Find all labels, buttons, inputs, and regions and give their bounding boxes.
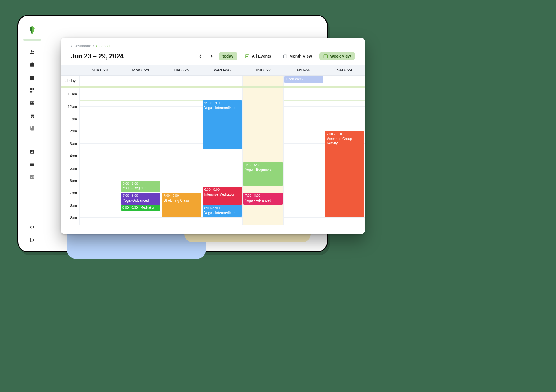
day-column[interactable] [79,88,120,225]
day-column[interactable]: 11:30 - 3:30Yoga - Intermediate6:30 - 8:… [202,88,243,225]
calendar-event[interactable]: 6:30 - 8:00Intensive Meditation [203,187,242,205]
week-view-button[interactable]: Week View [319,52,355,60]
svg-rect-18 [31,126,32,128]
badge-icon[interactable] [29,62,35,68]
all-day-cell[interactable]: Open Week [283,76,324,86]
hour-label: 6pm [70,178,77,183]
stats-icon[interactable] [29,174,35,180]
hour-label: 1pm [70,117,77,121]
day-header-blank [61,65,79,75]
month-view-label: Month View [290,54,312,58]
next-week-button[interactable] [208,52,215,60]
day-header-row: Sun 6/23Mon 6/24Tue 6/25Wed 6/26Thu 6/27… [61,65,365,76]
all-events-button[interactable]: All Events [241,52,275,60]
svg-rect-25 [32,176,32,178]
hour-label: 8pm [70,203,77,207]
all-day-cell[interactable] [120,76,161,86]
week-view-label: Week View [330,54,351,58]
all-day-cell[interactable] [324,76,365,86]
hour-label: 4pm [70,154,77,158]
nav-mid [29,149,35,180]
calendar-event[interactable]: 2:00 - 9:00Weekend Group Activity [325,131,364,217]
cart-icon[interactable] [29,113,35,119]
calendar-header: Jun 23 – 29, 2024 today All Events Month… [61,48,365,65]
date-range: Jun 23 – 29, 2024 [71,52,124,60]
calendar-panel: › Dashboard › Calendar Jun 23 – 29, 2024… [61,38,365,234]
breadcrumb-root[interactable]: Dashboard [74,44,91,48]
card-icon[interactable] [29,161,35,167]
day-header: Wed 6/26 [202,65,243,75]
hour-label: 3pm [70,141,77,146]
day-header: Thu 6/27 [242,65,283,75]
svg-rect-24 [31,177,32,178]
svg-rect-8 [33,78,34,78]
breadcrumb-current[interactable]: Calendar [96,44,111,48]
hour-label: 7pm [70,191,77,195]
bookmark-icon[interactable] [29,126,35,131]
all-day-cell[interactable] [242,76,283,86]
month-view-button[interactable]: Month View [279,52,316,60]
logo-divider [23,39,41,41]
calendar-event[interactable]: 6:00 - 7:00Yoga - Beginners [121,181,160,192]
calendar-event[interactable]: 7:00 - 9:00Stretching Class [162,193,201,217]
all-events-label: All Events [252,54,271,58]
calendar-event[interactable]: 4:30 - 6:30Yoga - Beginners [243,162,283,186]
all-day-row: all-dayOpen Week [61,76,365,86]
today-button[interactable]: today [219,52,237,60]
day-header: Sun 6/23 [79,65,120,75]
svg-rect-12 [33,91,34,92]
svg-rect-6 [31,78,32,78]
day-column[interactable]: 6:00 - 7:00Yoga - Beginners7:00 - 8:00Yo… [120,88,161,225]
sidebar [24,22,40,246]
calendar-event[interactable]: 7:00 - 8:00Yoga - Advanced [121,193,160,205]
time-stripe [61,86,365,88]
app-logo [28,25,36,36]
calendar-event[interactable]: 8:00 - 9:00Yoga - Intermediate [203,205,242,217]
svg-rect-7 [32,78,33,78]
calendar-event[interactable]: 11:30 - 3:30Yoga - Intermediate [203,100,242,149]
svg-rect-32 [324,54,328,58]
svg-rect-21 [30,163,34,166]
day-column[interactable] [283,88,324,225]
mail-icon[interactable] [29,100,35,106]
day-columns: 6:00 - 7:00Yoga - Beginners7:00 - 8:00Yo… [79,88,365,225]
people-icon[interactable] [29,49,35,55]
hour-label: 2pm [70,129,77,133]
all-day-label: all-day [61,76,79,86]
qr-icon[interactable] [29,87,35,93]
calendar-event[interactable]: 7:00 - 8:00Yoga - Advanced [243,193,283,205]
all-day-event[interactable]: Open Week [284,76,323,83]
calendar-controls: today All Events Month View Week View [197,52,355,60]
svg-rect-9 [30,88,32,90]
time-grid[interactable]: 11am12pm1pm2pm3pm4pm5pm6pm7pm8pm9pm 6:00… [61,86,365,225]
all-day-cell[interactable] [79,76,120,86]
code-icon[interactable] [29,224,35,230]
calendar-icon[interactable] [29,75,35,80]
svg-rect-2 [30,63,34,67]
logout-icon[interactable] [29,237,35,243]
hour-label: 12pm [67,104,77,108]
all-day-cell[interactable] [161,76,202,86]
day-column[interactable]: 7:00 - 9:00Stretching Class [161,88,202,225]
calendar-event[interactable]: 8:00 - 8:30 - Meditation [121,205,160,211]
hour-labels: 11am12pm1pm2pm3pm4pm5pm6pm7pm8pm9pm [61,88,79,225]
svg-point-1 [32,51,34,52]
week-icon [323,54,328,58]
person-box-icon[interactable] [29,149,35,154]
hour-label: 11am [67,92,77,96]
day-header: Fri 6/28 [283,65,324,75]
svg-rect-13 [34,92,34,93]
nav-top [29,49,35,131]
prev-week-button[interactable] [197,52,204,60]
svg-rect-10 [33,88,34,90]
svg-rect-30 [283,55,287,58]
day-column[interactable]: 2:00 - 9:00Weekend Group Activity [324,88,365,225]
svg-rect-3 [32,63,33,64]
all-day-cell[interactable] [202,76,243,86]
svg-point-0 [31,50,32,52]
day-column[interactable]: 4:30 - 6:30Yoga - Beginners7:00 - 8:00Yo… [242,88,283,225]
svg-point-15 [31,117,32,118]
svg-point-20 [32,150,33,152]
breadcrumb: › Dashboard › Calendar [61,44,365,48]
chevron-right-icon: › [93,44,94,48]
